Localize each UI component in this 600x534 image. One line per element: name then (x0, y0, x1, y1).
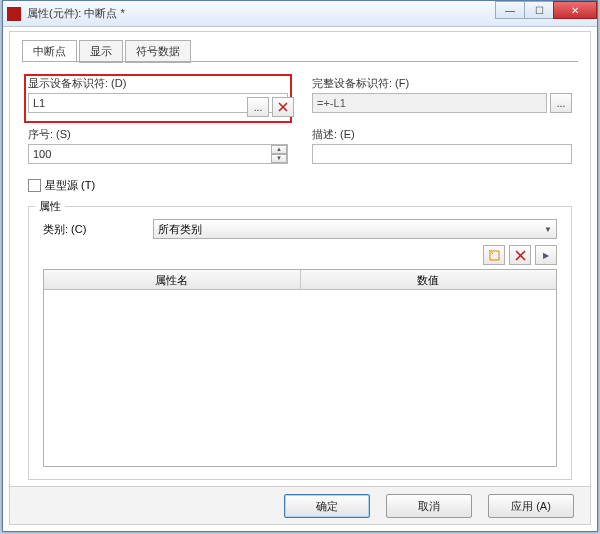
full-dt-label: 完整设备标识符: (F) (312, 76, 572, 91)
minimize-button[interactable]: — (495, 1, 525, 19)
property-new-button[interactable] (483, 245, 505, 265)
dialog-footer: 确定 取消 应用 (A) (10, 486, 590, 524)
app-icon (7, 7, 21, 21)
arrow-right-icon: ▶ (543, 251, 549, 260)
cancel-button[interactable]: 取消 (386, 494, 472, 518)
tab-underline (22, 61, 578, 62)
properties-group: 属性 类别: (C) 所有类别 ▼ ▶ (28, 206, 572, 480)
property-delete-button[interactable] (509, 245, 531, 265)
seq-label: 序号: (S) (28, 127, 288, 142)
client-area: 中断点 显示 符号数据 显示设备标识符: (D) ... (9, 31, 591, 525)
star-source-checkbox[interactable] (28, 179, 41, 192)
category-label: 类别: (C) (43, 222, 153, 237)
ok-button[interactable]: 确定 (284, 494, 370, 518)
col-property-value[interactable]: 数值 (301, 270, 557, 289)
category-combo[interactable]: 所有类别 ▼ (153, 219, 557, 239)
property-toolbar: ▶ (479, 245, 557, 265)
seq-input[interactable] (28, 144, 288, 164)
display-dt-label: 显示设备标识符: (D) (28, 76, 288, 91)
properties-table[interactable]: 属性名 数值 (43, 269, 557, 467)
category-value: 所有类别 (158, 222, 202, 237)
tab-breakpoint[interactable]: 中断点 (22, 40, 77, 63)
tab-bar: 中断点 显示 符号数据 (22, 40, 193, 62)
desc-input[interactable] (312, 144, 572, 164)
svg-point-1 (489, 250, 492, 253)
window-title: 属性(元件): 中断点 * (27, 6, 125, 21)
group-title: 属性 (35, 199, 65, 214)
window-buttons: — ☐ ✕ (496, 1, 597, 19)
title-bar[interactable]: 属性(元件): 中断点 * — ☐ ✕ (3, 1, 597, 27)
dialog-window: 属性(元件): 中断点 * — ☐ ✕ 中断点 显示 符号数据 显示设备标识符:… (2, 0, 598, 532)
col-property-name[interactable]: 属性名 (44, 270, 301, 289)
seq-spinner[interactable]: ▲ ▼ (28, 144, 288, 164)
star-source-label: 星型源 (T) (45, 178, 95, 193)
desc-label: 描述: (E) (312, 127, 572, 142)
tab-display[interactable]: 显示 (79, 40, 123, 63)
tab-symbol-data[interactable]: 符号数据 (125, 40, 191, 63)
full-dt-browse-button[interactable]: ... (550, 93, 572, 113)
property-more-button[interactable]: ▶ (535, 245, 557, 265)
display-dt-clear-button[interactable] (272, 97, 294, 117)
table-body[interactable] (44, 290, 556, 466)
chevron-down-icon: ▼ (544, 225, 552, 234)
maximize-button[interactable]: ☐ (524, 1, 554, 19)
seq-down-button[interactable]: ▼ (271, 154, 287, 163)
close-button[interactable]: ✕ (553, 1, 597, 19)
display-dt-browse-button[interactable]: ... (247, 97, 269, 117)
apply-button[interactable]: 应用 (A) (488, 494, 574, 518)
full-dt-input[interactable] (312, 93, 547, 113)
table-header: 属性名 数值 (44, 270, 556, 290)
seq-up-button[interactable]: ▲ (271, 145, 287, 154)
form-area: 显示设备标识符: (D) ... 完整设备标识符: (F) (28, 76, 572, 193)
